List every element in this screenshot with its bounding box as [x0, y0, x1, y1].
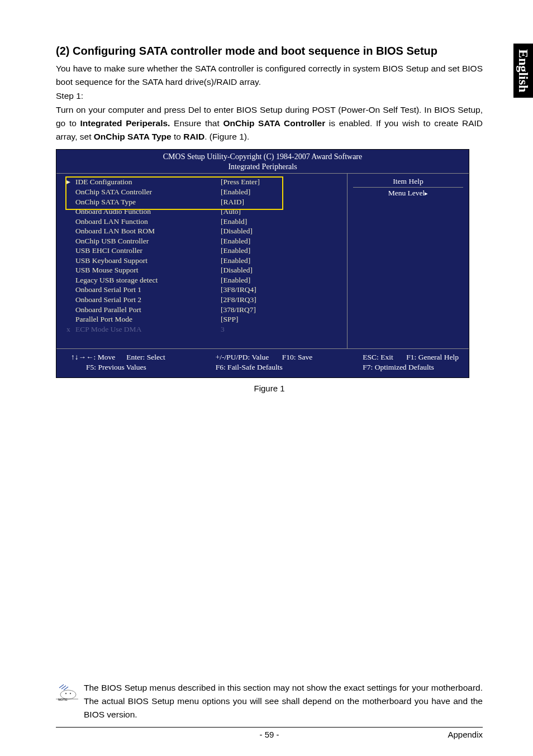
bold-onchip-sata-type: OnChip SATA Type	[94, 132, 172, 141]
appendix-label: Appendix	[448, 730, 483, 739]
row-value: [Enabled]	[221, 236, 340, 246]
row-marker	[66, 187, 75, 197]
note-icon: NOTE	[56, 683, 79, 701]
row-label: OnChip SATA Controller	[75, 187, 221, 197]
svg-point-1	[65, 693, 66, 694]
bios-help-title: Item Help	[353, 177, 463, 188]
bios-footer-col1: ↑↓→←: Move Enter: Select F5: Previous Va…	[71, 352, 165, 372]
bios-row: xECP Mode Use DMA3	[66, 324, 340, 334]
row-label: Legacy USB storage detect	[75, 275, 221, 285]
bios-screenshot: CMOS Setup Utility-Copyright (C) 1984-20…	[56, 149, 469, 378]
bios-footer-col2: +/-/PU/PD: Value F10: Save F6: Fail-Safe…	[216, 352, 313, 372]
bios-row: Parallel Port Mode[SPP]	[66, 314, 340, 324]
bios-row: Onboard Audio Function[Auto]	[66, 207, 340, 217]
row-value: [378/IRQ7]	[221, 305, 340, 315]
row-value: [Auto]	[221, 207, 340, 217]
page-footer: - 59 - Appendix	[56, 727, 483, 739]
bold-integrated-peripherals: Integrated Periperals.	[80, 118, 170, 128]
row-label: Onboard Serial Port 2	[75, 295, 221, 305]
row-value: [RAID]	[221, 197, 340, 207]
row-value: [Enabled]	[221, 246, 340, 256]
bios-row: OnChip SATA Controller[Enabled]	[66, 187, 340, 197]
row-value: [Enabled]	[221, 187, 340, 197]
row-marker	[66, 305, 75, 315]
intro-paragraph-1: You have to make sure whether the SATA c…	[56, 62, 483, 89]
row-value: [Enabled]	[221, 275, 340, 285]
bios-settings-panel: ▸IDE Configuration[Press Enter]OnChip SA…	[56, 174, 347, 348]
bios-menu-level: Menu Level▸	[353, 189, 463, 198]
row-value: [Enabld]	[221, 217, 340, 227]
row-marker	[66, 265, 75, 275]
step-1-label: Step 1:	[56, 91, 483, 101]
row-marker	[66, 217, 75, 227]
bold-onchip-sata-controller: OnChip SATA Controller	[223, 118, 325, 128]
bios-title-line1: CMOS Setup Utility-Copyright (C) 1984-20…	[56, 152, 469, 162]
row-label: Onboard Serial Port 1	[75, 285, 221, 295]
row-label: Onboard Parallel Port	[75, 305, 221, 315]
bios-title-bar: CMOS Setup Utility-Copyright (C) 1984-20…	[56, 150, 469, 174]
bios-row: Onboard Parallel Port[378/IRQ7]	[66, 305, 340, 315]
bios-row: ▸IDE Configuration[Press Enter]	[66, 177, 340, 187]
row-marker	[66, 285, 75, 295]
row-label: USB Mouse Support	[75, 265, 221, 275]
bios-row: Onboard LAN Boot ROM[Disabled]	[66, 226, 340, 236]
bios-footer: ↑↓→←: Move Enter: Select F5: Previous Va…	[56, 349, 469, 377]
row-label: USB Keyboard Support	[75, 256, 221, 266]
row-label: Parallel Port Mode	[75, 314, 221, 324]
text: to	[172, 132, 184, 141]
row-marker	[66, 226, 75, 236]
row-value: [Press Enter]	[221, 177, 340, 187]
figure-1-label: Figure 1	[56, 384, 483, 393]
row-label: OnChip USB Controller	[75, 236, 221, 246]
row-label: USB EHCI Controller	[75, 246, 221, 256]
bios-row: USB Mouse Support[Disabled]	[66, 265, 340, 275]
bold-raid: RAID	[183, 132, 204, 141]
row-marker	[66, 275, 75, 285]
row-marker	[66, 197, 75, 207]
row-label: IDE Configuration	[75, 177, 221, 187]
row-label: ECP Mode Use DMA	[75, 324, 221, 334]
row-marker	[66, 314, 75, 324]
row-marker	[66, 295, 75, 305]
row-label: Onboard LAN Function	[75, 217, 221, 227]
bios-footer-col3: ESC: Exit F1: General Help F7: Optimized…	[363, 352, 459, 372]
row-value: [Disabled]	[221, 265, 340, 275]
row-value: [Enabled]	[221, 256, 340, 266]
bios-row: USB Keyboard Support[Enabled]	[66, 256, 340, 266]
bios-row: OnChip USB Controller[Enabled]	[66, 236, 340, 246]
bios-row: OnChip SATA Type[RAID]	[66, 197, 340, 207]
bios-row: Onboard Serial Port 1[3F8/IRQ4]	[66, 285, 340, 295]
text: . (Figure 1).	[204, 132, 249, 141]
bios-title-line2: Integrated Peripherals	[56, 162, 469, 172]
row-value: [3F8/IRQ4]	[221, 285, 340, 295]
row-label: Onboard Audio Function	[75, 207, 221, 217]
row-marker	[66, 236, 75, 246]
svg-text:NOTE: NOTE	[58, 698, 68, 701]
row-value: [SPP]	[221, 314, 340, 324]
page-number: - 59 -	[259, 730, 279, 739]
row-marker	[66, 256, 75, 266]
section-heading: (2) Configuring SATA controller mode and…	[56, 45, 483, 58]
row-marker: ▸	[66, 177, 75, 187]
intro-paragraph-2: Turn on your computer and press Del to e…	[56, 103, 483, 143]
text: Ensure that	[170, 118, 223, 128]
row-value: 3	[221, 324, 340, 334]
bios-row: Onboard LAN Function[Enabld]	[66, 217, 340, 227]
bios-row: Onboard Serial Port 2[2F8/IRQ3]	[66, 295, 340, 305]
row-label: Onboard LAN Boot ROM	[75, 226, 221, 236]
row-label: OnChip SATA Type	[75, 197, 221, 207]
svg-point-2	[70, 693, 71, 694]
bios-row: USB EHCI Controller[Enabled]	[66, 246, 340, 256]
row-marker	[66, 246, 75, 256]
note-text: The BIOS Setup menus described in this s…	[84, 681, 483, 721]
note-block: NOTE The BIOS Setup menus described in t…	[56, 681, 483, 721]
bios-row: Legacy USB storage detect[Enabled]	[66, 275, 340, 285]
row-value: [2F8/IRQ3]	[221, 295, 340, 305]
row-marker: x	[66, 324, 75, 334]
row-value: [Disabled]	[221, 226, 340, 236]
bios-help-panel: Item Help Menu Level▸	[347, 174, 469, 348]
row-marker	[66, 207, 75, 217]
